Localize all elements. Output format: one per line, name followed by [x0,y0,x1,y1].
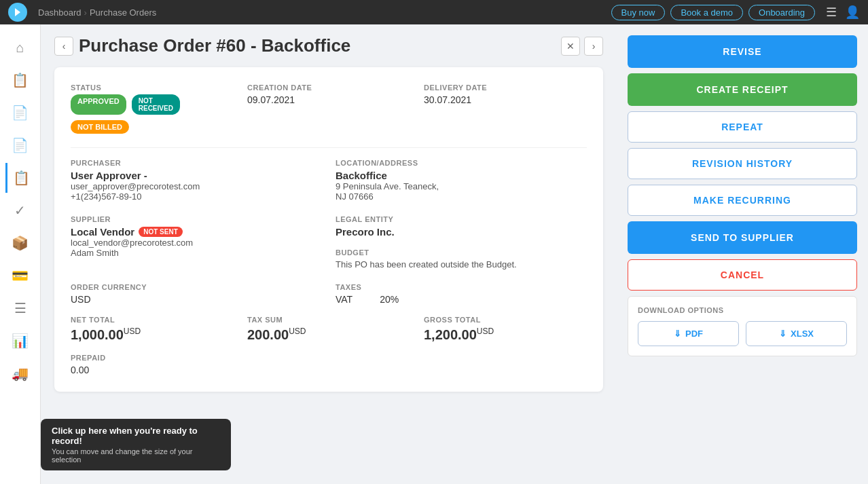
taxes-block: TAXES VAT 20% [336,283,587,305]
sidebar-item-invoices[interactable]: 📄 [5,130,35,160]
close-nav-button[interactable]: ✕ [561,37,580,56]
app-logo [8,3,27,22]
breadcrumb-purchase-orders[interactable]: Purchase Orders [90,7,156,18]
onboarding-button[interactable]: Onboarding [748,5,815,20]
totals-section: NET TOTAL 1,000.00USD TAX SUM 200.00USD … [71,316,587,343]
purchaser-phone: +1(234)567-89-10 [71,191,322,202]
legal-entity-value: Precoro Inc. [336,226,587,238]
location-address1: 9 Peninsula Ave. Teaneck, [336,181,587,191]
sidebar-item-home[interactable]: ⌂ [5,33,35,62]
top-nav-buttons: Buy now Book a demo Onboarding [611,5,815,20]
create-receipt-button[interactable]: CREATE RECEIPT [628,73,857,106]
location-label: LOCATION/ADDRESS [336,159,587,167]
status-label: STATUS [71,83,234,92]
prepaid-label: PREPAID [71,354,587,362]
location-block: LOCATION/ADDRESS Backoffice 9 Peninsula … [336,159,587,202]
budget-text: This PO has been created outside the Bud… [336,259,587,269]
badge-not-billed: NOT BILLED [71,120,129,134]
currency-block: ORDER CURRENCY USD [71,283,322,305]
sidebar-item-logistics[interactable]: 🚚 [5,358,35,388]
download-buttons: ⇓ PDF ⇓ XLSX [638,321,847,346]
tooltip-line1: Click up here when you're ready to recor… [52,426,220,446]
sidebar-item-menu[interactable]: ☰ [5,293,35,323]
badge-not-received: NOTRECEIVED [132,94,180,115]
download-section: DOWNLOAD OPTIONS ⇓ PDF ⇓ XLSX [628,296,857,356]
tax-sum-block: TAX SUM 200.00USD [247,316,410,343]
delivery-date-value: 30.07.2021 [424,94,587,105]
sidebar-item-orders[interactable]: 📋 [5,65,35,95]
sidebar-item-payments[interactable]: 💳 [5,261,35,291]
delivery-date-block: DELIVERY DATE 30.07.2021 [424,83,587,134]
tax-name: VAT [336,294,352,305]
tax-sum-value: 200.00USD [247,327,410,343]
net-total-block: NET TOTAL 1,000.00USD [71,316,234,343]
tooltip-line2: You can move and change the size of your… [52,447,220,464]
breadcrumb-dashboard[interactable]: Dashboard [38,7,82,18]
purchaser-name: User Approver - [71,170,322,181]
buy-now-button[interactable]: Buy now [611,5,666,20]
download-xlsx-button[interactable]: ⇓ XLSX [746,321,847,346]
sidebar-item-approvals[interactable]: ✓ [5,196,35,225]
currency-value: USD [71,294,322,305]
svg-marker-0 [15,8,20,16]
revision-history-button[interactable]: REVISION HISTORY [628,148,857,179]
po-card: STATUS APPROVED NOTRECEIVED NOT BILLED C… [54,67,603,392]
breadcrumb: Dashboard › Purchase Orders [38,7,156,18]
sidebar: ⌂ 📋 📄 📄 📋 ✓ 📦 💳 ☰ 📊 🚚 [0,24,41,484]
gross-total-value: 1,200.00USD [424,327,587,343]
prepaid-block: PREPAID 0.00 [71,354,587,375]
purchaser-email: user_approver@precorotest.com [71,181,322,191]
prepaid-value: 0.00 [71,365,587,375]
repeat-button[interactable]: REPEAT [628,111,857,143]
sidebar-item-po[interactable]: 📋 [5,163,35,193]
user-icon[interactable]: 👤 [845,5,860,20]
creation-date-value: 09.07.2021 [247,94,410,105]
xlsx-label: XLSX [791,329,814,339]
main-content: ‹ Purchase Order #60 - Backoffice ✕ › ST… [41,24,617,484]
supplier-email: local_vendor@precorotest.com [71,238,322,248]
right-panel: REVISE CREATE RECEIPT REPEAT REVISION HI… [617,24,868,484]
next-nav-button[interactable]: › [584,37,603,56]
taxes-label: TAXES [336,283,587,291]
status-block: STATUS APPROVED NOTRECEIVED NOT BILLED [71,83,234,134]
top-nav: Dashboard › Purchase Orders Buy now Book… [0,0,868,24]
sidebar-item-catalog[interactable]: 📦 [5,228,35,258]
notifications-icon[interactable]: ☰ [826,5,837,20]
location-address2: NJ 07666 [336,191,587,202]
budget-block: BUDGET This PO has been created outside … [336,248,587,269]
book-demo-button[interactable]: Book a demo [670,5,743,20]
tooltip-bar: Click up here when you're ready to recor… [41,419,231,470]
pdf-label: PDF [685,329,703,339]
send-to-supplier-button[interactable]: SEND TO SUPPLIER [628,221,857,254]
page-title: Purchase Order #60 - Backoffice [79,35,556,56]
legal-entity-label: LEGAL ENTITY [336,215,587,223]
top-nav-icons: ☰ 👤 [826,5,860,20]
back-button[interactable]: ‹ [54,37,73,56]
net-total-value: 1,000.00USD [71,327,234,343]
download-xlsx-icon: ⇓ [779,329,786,339]
creation-date-block: CREATION DATE 09.07.2021 [247,83,410,134]
supplier-contact: Adam Smith [71,248,322,258]
sidebar-item-reports[interactable]: 📊 [5,326,35,356]
gross-total-block: GROSS TOTAL 1,200.00USD [424,316,587,343]
legal-entity-block: LEGAL ENTITY Precoro Inc. [336,215,587,238]
badge-approved: APPROVED [71,94,126,115]
sidebar-item-receipts[interactable]: 📄 [5,98,35,128]
status-badges: APPROVED NOTRECEIVED NOT BILLED [71,94,234,134]
page-nav-right: ✕ › [561,37,603,56]
supplier-label: SUPPLIER [71,215,322,223]
make-recurring-button[interactable]: MAKE RECURRING [628,185,857,216]
cancel-button[interactable]: CANCEL [628,259,857,291]
download-options-label: DOWNLOAD OPTIONS [638,306,847,314]
creation-date-label: CREATION DATE [247,83,410,92]
currency-label: ORDER CURRENCY [71,283,322,291]
page-header: ‹ Purchase Order #60 - Backoffice ✕ › [54,35,603,56]
purchaser-label: PURCHASER [71,159,322,167]
download-pdf-button[interactable]: ⇓ PDF [638,321,739,346]
revise-button[interactable]: REVISE [628,35,857,68]
net-total-label: NET TOTAL [71,316,234,324]
tax-sum-label: TAX SUM [247,316,410,324]
supplier-name: Local Vendor [71,226,134,238]
location-name: Backoffice [336,170,587,181]
supplier-block: SUPPLIER Local Vendor NOT SENT local_ven… [71,215,322,269]
